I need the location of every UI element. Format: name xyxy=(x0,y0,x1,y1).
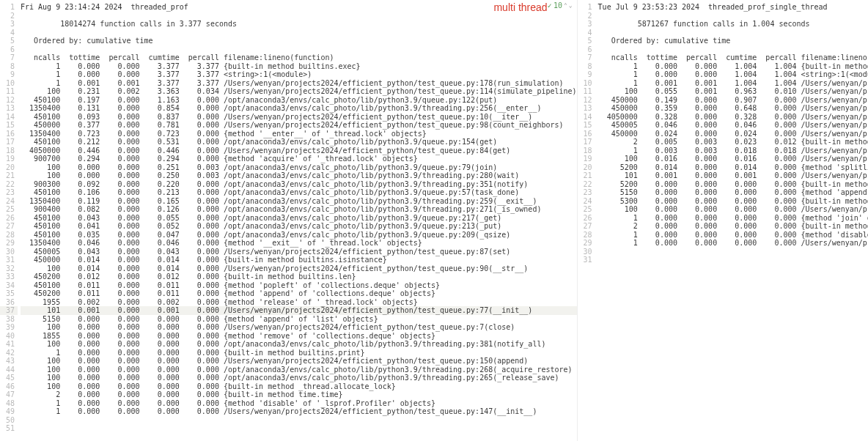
code-line[interactable]: 1 0.000 0.000 0.000 0.000 {method 'disab… xyxy=(21,399,577,408)
code-line[interactable]: 450100 0.197 0.000 1.163 0.000 /opt/anac… xyxy=(21,96,577,105)
code-line[interactable]: 450000 0.024 0.000 0.024 0.000 /Users/we… xyxy=(598,130,868,138)
code-line[interactable] xyxy=(598,45,868,54)
code-line[interactable] xyxy=(21,416,577,425)
code-line[interactable]: 4050000 0.446 0.000 0.446 0.000 /Users/w… xyxy=(21,147,577,155)
code-line[interactable]: 900700 0.294 0.000 0.294 0.000 {method '… xyxy=(21,155,577,163)
code-line[interactable]: 1 0.000 0.000 3.377 3.377 <string>:1(<mo… xyxy=(21,70,577,79)
code-line[interactable]: 5200 0.000 0.000 0.000 0.000 {built-in m… xyxy=(598,180,868,189)
code-line[interactable]: 100 0.000 0.000 0.000 0.000 /Users/wenya… xyxy=(598,205,868,214)
code-line[interactable]: 450005 0.043 0.000 0.043 0.000 /Users/we… xyxy=(21,248,577,256)
code-line[interactable]: 1 0.000 0.000 0.000 0.000 /Users/wenyan/… xyxy=(21,407,577,416)
code-line[interactable]: 1 0.001 0.001 3.377 3.377 /Users/wenyan/… xyxy=(21,79,577,88)
code-line[interactable]: 450000 0.149 0.000 0.907 0.000 /Users/we… xyxy=(598,96,868,105)
code-line[interactable]: 5200 0.014 0.000 0.014 0.000 {method 'sp… xyxy=(598,163,868,172)
code-line[interactable]: 5871267 function calls in 1.004 seconds xyxy=(598,20,868,29)
code-line[interactable]: 100 0.000 0.000 0.000 0.000 {built-in me… xyxy=(21,382,577,391)
left-title: threaded_prof xyxy=(130,3,188,11)
code-line[interactable]: 450200 0.011 0.000 0.011 0.000 {method '… xyxy=(21,289,577,298)
code-line[interactable]: 450100 0.041 0.000 0.052 0.000 /opt/anac… xyxy=(21,222,577,231)
right-header: Tue Jul 9 23:53:23 2024 threaded_prof_si… xyxy=(598,1,868,12)
code-line[interactable]: Ordered by: cumulative time xyxy=(598,37,868,45)
code-line[interactable]: ncalls tottime percall cumtime percall f… xyxy=(598,53,868,62)
code-line[interactable]: 100 0.055 0.001 0.963 0.010 /Users/wenya… xyxy=(598,87,868,96)
right-gutter: 1234567891011121314151617181920212223242… xyxy=(578,0,595,264)
code-line[interactable] xyxy=(598,256,868,264)
right-pane: 1234567891011121314151617181920212223242… xyxy=(578,0,868,441)
code-line[interactable]: 100 0.000 0.000 0.000 0.000 /Users/wenya… xyxy=(21,357,577,366)
left-header: Fri Aug 9 23:14:24 2024 threaded_prof xyxy=(21,1,571,12)
left-code[interactable]: 18014274 function calls in 3.377 seconds… xyxy=(21,3,577,433)
right-date: Tue Jul 9 23:53:23 2024 xyxy=(598,3,699,11)
code-line[interactable]: 1 0.000 0.000 0.000 0.000 /Users/wenyan/… xyxy=(598,239,868,248)
right-title: threaded_prof_single_thread xyxy=(708,3,828,11)
code-line[interactable]: 100 0.000 0.000 0.251 0.003 /opt/anacond… xyxy=(21,163,577,172)
code-line[interactable]: 4050000 0.328 0.000 0.328 0.000 /Users/w… xyxy=(598,113,868,122)
code-line[interactable]: 450100 0.212 0.000 0.531 0.000 /opt/anac… xyxy=(21,138,577,147)
code-line[interactable]: 1 0.000 0.000 3.377 3.377 {built-in meth… xyxy=(21,62,577,71)
code-line[interactable]: 1 0.000 0.000 1.004 1.004 <string>:1(<mo… xyxy=(598,70,868,79)
code-line[interactable]: 450100 0.093 0.000 0.837 0.000 /Users/we… xyxy=(21,113,577,122)
code-line[interactable]: 1955 0.002 0.000 0.002 0.000 {method 're… xyxy=(21,298,577,307)
code-line[interactable]: 450200 0.012 0.000 0.012 0.000 {built-in… xyxy=(21,273,577,281)
code-line[interactable]: 100 0.231 0.002 3.363 0.034 /Users/wenya… xyxy=(21,87,577,96)
code-line[interactable]: 450000 0.359 0.000 0.648 0.000 /Users/we… xyxy=(598,104,868,113)
code-line[interactable]: Ordered by: cumulative time xyxy=(21,37,577,45)
code-line[interactable] xyxy=(21,45,577,54)
code-line[interactable] xyxy=(598,12,868,21)
right-code[interactable]: 5871267 function calls in 1.004 seconds … xyxy=(598,3,868,264)
code-line[interactable]: 450100 0.106 0.000 0.213 0.000 /opt/anac… xyxy=(21,188,577,197)
code-line[interactable]: ncalls tottime percall cumtime percall f… xyxy=(21,53,577,62)
left-tag: multi thread xyxy=(493,1,547,13)
code-line[interactable]: 1 0.001 0.001 1.004 1.004 /Users/wenyan/… xyxy=(598,79,868,88)
left-pane: 1234567891011121314151617181920212223242… xyxy=(0,0,578,441)
code-line[interactable]: 1 0.003 0.003 0.018 0.018 /Users/wenyan/… xyxy=(598,147,868,155)
check-icon: ✓ xyxy=(548,1,552,10)
code-line[interactable]: 101 0.001 0.000 0.001 0.000 /Users/wenya… xyxy=(21,306,577,315)
code-line[interactable]: 450100 0.011 0.000 0.011 0.000 {method '… xyxy=(21,281,577,290)
code-line[interactable]: 900300 0.092 0.000 0.220 0.000 /opt/anac… xyxy=(21,180,577,189)
code-line[interactable]: 450100 0.043 0.000 0.055 0.000 /opt/anac… xyxy=(21,214,577,223)
code-line[interactable]: 5300 0.000 0.000 0.000 0.000 {built-in m… xyxy=(598,197,868,206)
left-gutter: 1234567891011121314151617181920212223242… xyxy=(0,0,18,433)
code-line[interactable]: 18014274 function calls in 3.377 seconds xyxy=(21,20,577,29)
left-date: Fri Aug 9 23:14:24 2024 xyxy=(21,3,122,11)
code-line[interactable]: 2 0.000 0.000 0.000 0.000 {built-in meth… xyxy=(598,222,868,231)
left-badge[interactable]: ✓ 10 ⌃ ⌄ xyxy=(548,1,573,10)
code-line[interactable]: 5150 0.000 0.000 0.000 0.000 {method 'ap… xyxy=(598,188,868,197)
code-line[interactable] xyxy=(21,29,577,37)
code-line[interactable]: 100 0.000 0.000 0.000 0.000 /opt/anacond… xyxy=(21,340,577,349)
code-line[interactable]: 1 0.000 0.000 0.000 0.000 {built-in meth… xyxy=(21,349,577,357)
code-line[interactable] xyxy=(598,248,868,256)
code-line[interactable]: 450100 0.035 0.000 0.047 0.000 /opt/anac… xyxy=(21,231,577,240)
code-line[interactable]: 1 0.000 0.000 0.000 0.000 {method 'join'… xyxy=(598,214,868,223)
code-line[interactable]: 2 0.000 0.000 0.000 0.000 {built-in meth… xyxy=(21,390,577,399)
code-line[interactable]: 1350400 0.119 0.000 0.165 0.000 /opt/ana… xyxy=(21,197,577,206)
code-line[interactable]: 1 0.000 0.000 0.000 0.000 {method 'disab… xyxy=(598,231,868,240)
code-line[interactable]: 900400 0.082 0.000 0.126 0.000 /opt/anac… xyxy=(21,205,577,214)
code-line[interactable]: 450005 0.046 0.000 0.046 0.000 /Users/we… xyxy=(598,121,868,130)
code-line[interactable]: 100 0.014 0.000 0.014 0.000 /Users/wenya… xyxy=(21,264,577,273)
code-line[interactable]: 2 0.005 0.003 0.023 0.012 {built-in meth… xyxy=(598,138,868,147)
chevron-up-icon: ⌃ xyxy=(564,2,567,9)
code-line[interactable]: 1350400 0.723 0.000 0.723 0.000 {method … xyxy=(21,130,577,138)
code-line[interactable]: 100 0.000 0.000 0.000 0.000 /opt/anacond… xyxy=(21,366,577,374)
code-line[interactable]: 100 0.016 0.000 0.016 0.000 /Users/wenya… xyxy=(598,155,868,163)
code-line[interactable]: 100 0.000 0.000 0.250 0.003 /opt/anacond… xyxy=(21,171,577,180)
code-line[interactable]: 1350400 0.131 0.000 0.854 0.000 /opt/ana… xyxy=(21,104,577,113)
chevron-down-icon: ⌄ xyxy=(569,2,573,9)
code-line[interactable]: 450000 0.377 0.000 0.781 0.000 /Users/we… xyxy=(21,121,577,130)
code-line[interactable] xyxy=(598,29,868,37)
code-line[interactable] xyxy=(21,424,577,433)
code-line[interactable]: 100 0.000 0.000 0.000 0.000 /Users/wenya… xyxy=(21,323,577,332)
code-line[interactable]: 100 0.000 0.000 0.000 0.000 /opt/anacond… xyxy=(21,374,577,382)
code-line[interactable]: 1350400 0.046 0.000 0.046 0.000 {method … xyxy=(21,239,577,248)
code-line[interactable]: 5150 0.000 0.000 0.000 0.000 {method 'ap… xyxy=(21,315,577,324)
code-line[interactable]: 1855 0.000 0.000 0.000 0.000 {method 're… xyxy=(21,332,577,341)
code-line[interactable]: 101 0.001 0.000 0.001 0.000 /Users/wenya… xyxy=(598,171,868,180)
code-line[interactable]: 1 0.000 0.000 1.004 1.004 {built-in meth… xyxy=(598,62,868,71)
code-line[interactable]: 450000 0.014 0.000 0.014 0.000 {built-in… xyxy=(21,256,577,264)
